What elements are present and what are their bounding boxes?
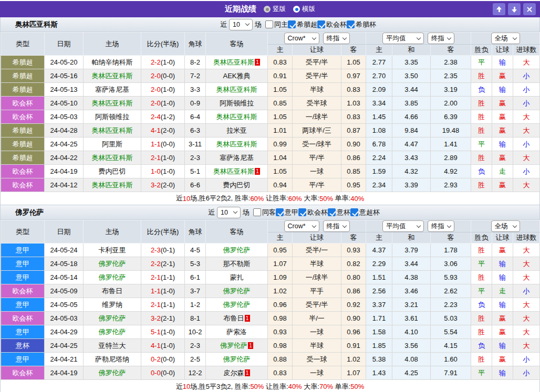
scope-select[interactable]: 全场 [491,33,520,44]
fulltime-score: 2-1 [151,273,161,281]
result-handicap: 输 [492,366,513,380]
corner-count: 2-3 [185,151,206,165]
recent-count-select[interactable]: 10 [217,207,241,218]
halftime-score: (1-0) [161,99,175,107]
team-label: 奥林匹亚科斯 [92,72,133,80]
result-match: 平 [471,56,492,69]
team-label: 佛罗伦萨 [99,260,126,268]
away-team: 奥林匹亚科斯1 [206,56,268,69]
team-label: 佛罗伦萨 [99,328,126,336]
europe-source-select[interactable]: 平均值 [382,33,424,44]
league-label: 意超杯 [359,208,380,217]
team-label: 布鲁日 [224,314,244,322]
scope-select[interactable]: 全场 [491,220,520,232]
odds-time-select[interactable]: 终指 [323,33,350,44]
result-group-header: 全场 [471,33,540,45]
col-type: 类型 [1,220,45,243]
handicap-line: 一球 [293,366,341,380]
handicap-home-odds: 0.96 [268,298,293,312]
league-checkbox[interactable]: 意超杯 [350,208,380,217]
recent-count-select[interactable]: 10 [229,19,253,30]
result-goals: 大 [513,124,540,137]
avg-away-odds: 7.91 [431,366,471,380]
odds-time-select[interactable]: 终指 [323,220,350,232]
avg-draw-odds: 4.47 [392,137,431,151]
handicap-away-odds: 0.93 [341,243,366,257]
close-button[interactable] [523,3,536,15]
score-cell: 1-1(0-0) [141,137,185,151]
avg-home-odds: 1.08 [366,124,392,137]
home-team: 塞萨洛尼基 [84,83,141,97]
close-icon [526,6,533,13]
col-hcp-home: 主 [268,45,293,56]
europe-time-select[interactable]: 终指 [428,220,454,232]
match-row: 欧会杯24-05-03佛罗伦萨3-2(2-1)8-1布鲁日10.98半/一0.9… [1,312,540,325]
result-handicap: 输 [492,339,513,353]
result-handicap: 走 [492,284,513,298]
result-handicap: 输 [492,271,513,284]
result-goals: 大 [513,312,540,325]
home-team: 帕纳辛纳科斯 [84,56,141,69]
radio-vertical-layout[interactable]: 竖版 [264,5,286,14]
chevron-down-icon [311,223,316,227]
summary-value: 50% [319,195,333,203]
result-goals: 小 [513,366,540,380]
handicap-line: 两球半/三 [293,124,341,137]
handicap-away-odds: 1.07 [341,366,366,380]
match-row: 意甲24-05-05维罗纳2-1(1-1)1-2佛罗伦萨0.96受平/半0.92… [1,298,540,312]
col-date: 日期 [45,33,84,56]
fulltime-score: 2-2 [151,58,161,66]
match-row: 意杯24-04-25亚特兰大4-1(1-0)2-3佛罗伦萨10.98半球0.91… [1,339,540,353]
match-date: 24-05-16 [45,69,84,83]
score-cell: 2-4(1-2) [141,110,185,124]
score-cell: 2-0(1-0) [141,97,185,110]
avg-away-odds: 4.15 [431,339,471,353]
handicap-away-odds: 0.85 [341,165,366,178]
league-checkbox[interactable]: 希腊超 [288,20,317,29]
league-checkbox[interactable]: 欧会杯 [317,20,347,29]
league-checkbox[interactable]: 意杯 [328,208,350,217]
halftime-score: (2-1) [161,260,175,268]
handicap-home-odds: 1.05 [268,110,293,124]
match-date: 24-05-03 [45,312,84,325]
radio-horizontal-layout[interactable]: 横版 [293,5,315,14]
avg-away-odds: 1.78 [431,243,471,257]
result-handicap: 赢 [492,97,513,110]
same-venue-checkbox[interactable]: 同客 [253,208,276,217]
team-label: 佛罗伦萨 [223,246,251,254]
odds-source-select[interactable]: Crow* [284,220,319,232]
team-section: 奥林匹亚科斯 近 10 场 同主 希腊超欧会杯希腊杯 类型 [1,17,539,205]
fulltime-score: 4-1 [151,342,161,349]
handicap-line: 受一/球半 [293,137,341,151]
fulltime-score: 2-3 [151,246,161,254]
odds-source-select[interactable]: Crow* [284,33,319,44]
europe-time-select[interactable]: 终指 [428,33,454,44]
same-venue-checkbox[interactable]: 同主 [265,20,288,29]
team-label: 皮尔森 [224,369,244,377]
league-checkbox[interactable]: 欧会杯 [298,208,328,217]
halftime-score: (2-1) [161,314,175,322]
match-date: 24-05-20 [45,56,84,69]
match-row: 希腊超24-05-13塞萨洛尼基2-0(1-0)3-3奥林匹亚科斯1.05半球0… [1,83,540,97]
match-type-badge: 欧会杯 [1,284,45,298]
red-card-badge: 1 [255,59,260,66]
europe-source-select[interactable]: 平均值 [382,220,424,232]
move-up-button[interactable] [493,3,505,15]
radio-horizontal-label: 横版 [302,5,315,14]
summary-value: 40% [350,195,364,203]
move-down-button[interactable] [508,3,521,15]
home-team: 佛罗伦萨 [84,257,141,271]
summary-value: 50% [250,383,264,390]
result-match: 胜 [471,178,492,192]
avg-home-odds: 2.56 [366,284,392,298]
home-team: 阿斯顿维拉 [84,110,141,124]
result-goals: 小 [513,353,540,366]
league-checkbox[interactable]: 意甲 [276,208,298,217]
fulltime-score: 0-2 [151,355,161,363]
handicap-home-odds: 0.95 [268,243,293,257]
chevron-down-icon [245,22,250,26]
avg-home-odds: 5.38 [366,353,392,366]
result-match: 平 [471,366,492,380]
league-checkbox[interactable]: 希腊杯 [347,20,376,29]
handicap-line: 平/半 [293,178,341,192]
